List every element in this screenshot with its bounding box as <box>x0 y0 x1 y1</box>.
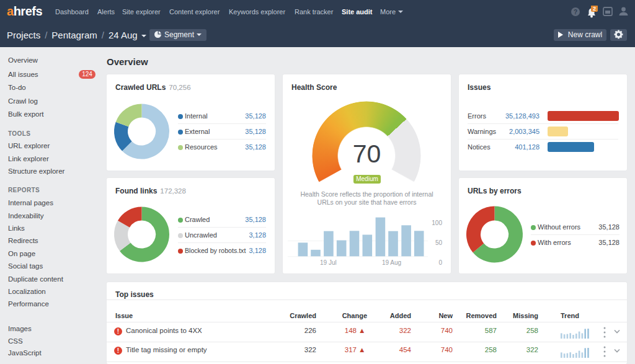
svg-text:2: 2 <box>593 6 596 12</box>
svg-text:?: ? <box>574 9 577 16</box>
